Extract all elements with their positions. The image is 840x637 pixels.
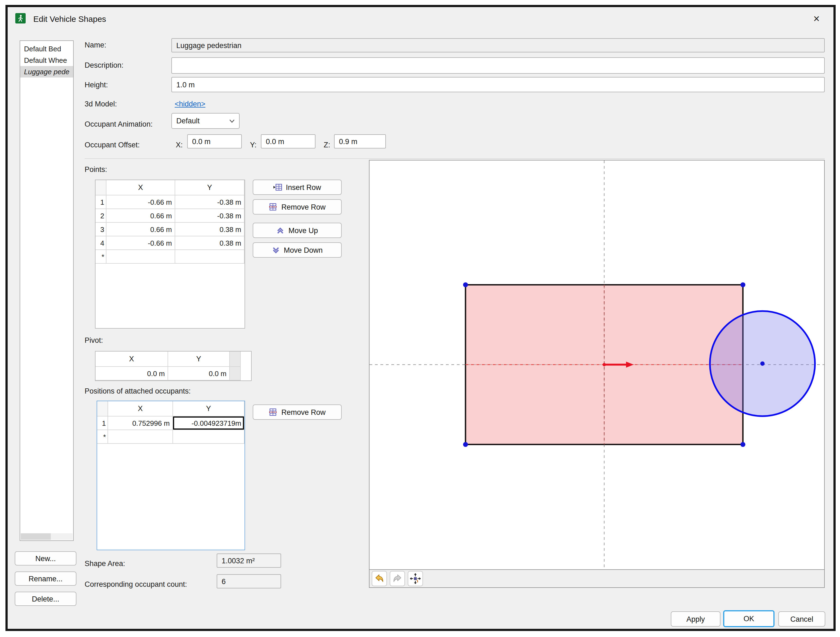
offset-z-field[interactable]: 0.9 m bbox=[334, 134, 386, 149]
occupants-remove-row-button[interactable]: Remove Row bbox=[253, 405, 342, 420]
table-cell[interactable]: 0.0 m bbox=[168, 367, 230, 381]
occupant-animation-label: Occupant Animation: bbox=[85, 120, 153, 128]
table-cell-empty[interactable] bbox=[173, 430, 245, 444]
redo-icon bbox=[392, 574, 402, 583]
points-table[interactable]: XY1-0.66 m-0.38 m20.66 m-0.38 m30.66 m0.… bbox=[95, 180, 245, 329]
move-up-button[interactable]: Move Up bbox=[253, 223, 342, 238]
column-header-x[interactable]: X bbox=[106, 180, 175, 195]
description-field[interactable] bbox=[171, 57, 825, 74]
column-header-y[interactable]: Y bbox=[173, 401, 245, 416]
table-corner-cell bbox=[97, 401, 108, 416]
name-field[interactable]: Luggage pedestrian bbox=[171, 38, 825, 52]
move-down-icon bbox=[272, 246, 280, 254]
delete-button[interactable]: Delete... bbox=[15, 592, 76, 606]
column-header-y[interactable]: Y bbox=[175, 180, 245, 195]
table-vertical-scrollbar[interactable] bbox=[230, 351, 241, 367]
vertex-handle[interactable] bbox=[463, 442, 468, 447]
pedestrian-app-icon bbox=[15, 13, 26, 24]
shape-canvas[interactable] bbox=[369, 160, 824, 569]
vertex-handle[interactable] bbox=[741, 282, 745, 287]
table-empty-area bbox=[96, 264, 245, 328]
list-horizontal-scrollbar[interactable] bbox=[21, 533, 73, 540]
cancel-button[interactable]: Cancel bbox=[778, 611, 825, 627]
row-header[interactable]: 3 bbox=[96, 223, 106, 236]
move-point-button[interactable] bbox=[408, 571, 423, 586]
table-cell[interactable]: -0.004923719m bbox=[173, 416, 245, 430]
shape-canvas-panel bbox=[369, 160, 825, 588]
table-cell-empty[interactable] bbox=[175, 250, 245, 264]
shape-list[interactable]: Default BedDefault WheeLuggage pede bbox=[20, 40, 74, 541]
table-cell-empty[interactable] bbox=[108, 430, 173, 444]
remove-row-icon bbox=[269, 202, 278, 211]
move-point-icon bbox=[410, 573, 421, 584]
new-row-header[interactable]: * bbox=[97, 430, 108, 444]
table-cell[interactable]: 0.38 m bbox=[175, 223, 245, 236]
remove-row-button[interactable]: Remove Row bbox=[253, 199, 342, 215]
undo-icon bbox=[374, 574, 384, 583]
table-cell[interactable]: 0.0 m bbox=[96, 367, 168, 381]
ok-button[interactable]: OK bbox=[723, 610, 775, 627]
table-cell[interactable]: -0.38 m bbox=[175, 209, 245, 223]
column-header-x[interactable]: X bbox=[108, 401, 173, 416]
occupant-animation-value: Default bbox=[176, 117, 200, 125]
model3d-hidden-link[interactable]: <hidden> bbox=[175, 100, 205, 108]
screen: Edit Vehicle Shapes × Default BedDefault… bbox=[0, 0, 840, 637]
column-header-y[interactable]: Y bbox=[168, 351, 230, 367]
table-cell[interactable]: 0.66 m bbox=[106, 223, 175, 236]
occupant-count-value: 6 bbox=[217, 574, 281, 588]
column-header-x[interactable]: X bbox=[96, 351, 168, 367]
new-button[interactable]: New... bbox=[15, 551, 76, 566]
name-label: Name: bbox=[85, 41, 106, 49]
shape-list-item[interactable]: Default Bed bbox=[20, 43, 73, 55]
occupant-offset-label: Occupant Offset: bbox=[85, 141, 140, 149]
row-header[interactable]: 1 bbox=[97, 416, 108, 430]
offset-x-field[interactable]: 0.0 m bbox=[187, 134, 242, 149]
height-label: Height: bbox=[85, 81, 108, 89]
offset-z-label: Z: bbox=[324, 141, 330, 149]
row-header[interactable]: 2 bbox=[96, 209, 106, 223]
close-button[interactable]: × bbox=[810, 12, 823, 25]
row-header[interactable]: 4 bbox=[96, 236, 106, 250]
shape-list-item[interactable]: Default Whee bbox=[20, 55, 73, 66]
row-header[interactable]: 1 bbox=[96, 195, 106, 209]
move-up-label: Move Up bbox=[289, 226, 318, 234]
table-cell[interactable]: 0.66 m bbox=[106, 209, 175, 223]
chevron-down-icon bbox=[229, 119, 235, 123]
move-down-label: Move Down bbox=[284, 246, 323, 254]
points-label: Points: bbox=[85, 165, 107, 174]
shape-area-value: 1.0032 m² bbox=[217, 553, 281, 567]
apply-button[interactable]: Apply bbox=[671, 611, 720, 627]
remove-row-icon bbox=[269, 408, 278, 416]
vertex-handle[interactable] bbox=[463, 282, 468, 287]
insert-row-button[interactable]: Insert Row bbox=[253, 180, 342, 195]
offset-y-field[interactable]: 0.0 m bbox=[261, 134, 316, 149]
occupant-handle[interactable] bbox=[760, 361, 765, 366]
separator bbox=[85, 158, 825, 159]
vertex-handle[interactable] bbox=[741, 442, 745, 447]
walking-person-icon bbox=[16, 14, 25, 22]
table-cell-empty[interactable] bbox=[106, 250, 175, 264]
shape-list-item[interactable]: Luggage pede bbox=[20, 66, 73, 77]
occupants-label: Positions of attached occupants: bbox=[85, 387, 191, 395]
table-cell[interactable]: 0.752996 m bbox=[108, 416, 173, 430]
table-cell[interactable]: 0.38 m bbox=[175, 236, 245, 250]
new-row-header[interactable]: * bbox=[96, 250, 106, 264]
redo-button[interactable] bbox=[390, 571, 405, 586]
table-cell[interactable]: -0.38 m bbox=[175, 195, 245, 209]
pivot-table[interactable]: XY0.0 m0.0 m bbox=[95, 351, 252, 381]
height-field[interactable]: 1.0 m bbox=[171, 77, 825, 92]
table-vertical-scrollbar[interactable] bbox=[230, 367, 241, 381]
occupants-table[interactable]: XY10.752996 m-0.004923719m* bbox=[96, 401, 245, 550]
occupant-animation-dropdown[interactable]: Default bbox=[171, 113, 240, 129]
move-down-button[interactable]: Move Down bbox=[253, 242, 342, 258]
pivot-label: Pivot: bbox=[85, 336, 103, 345]
rename-button[interactable]: Rename... bbox=[15, 572, 76, 586]
scrollbar-thumb[interactable] bbox=[21, 533, 51, 540]
table-cell[interactable]: -0.66 m bbox=[106, 195, 175, 209]
insert-row-icon bbox=[273, 183, 282, 191]
undo-button[interactable] bbox=[372, 571, 387, 586]
table-cell[interactable]: -0.66 m bbox=[106, 236, 175, 250]
occupant-count-label: Corresponding occupant count: bbox=[85, 580, 187, 588]
dialog-title: Edit Vehicle Shapes bbox=[33, 14, 106, 24]
edit-vehicle-shapes-dialog: Edit Vehicle Shapes × Default BedDefault… bbox=[5, 5, 836, 631]
